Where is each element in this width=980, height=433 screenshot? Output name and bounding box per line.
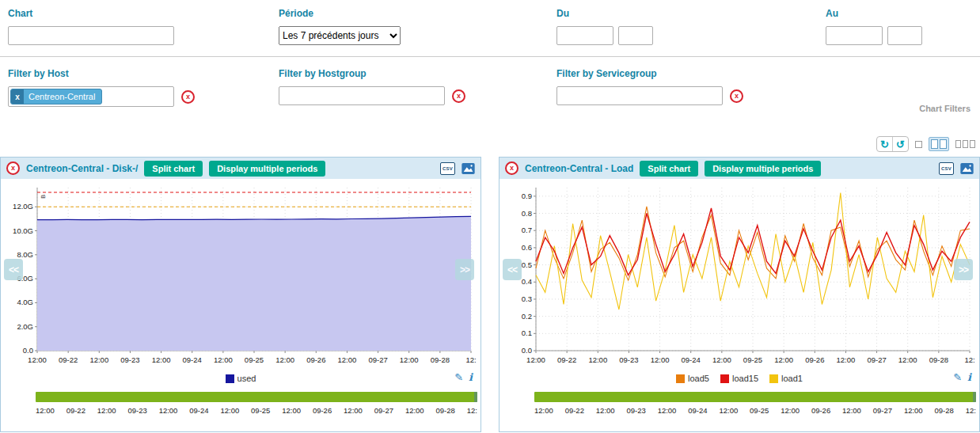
svg-text:09-25: 09-25 [743, 355, 762, 364]
host-chip[interactable]: x Centreon-Central [10, 89, 102, 104]
export-csv-icon[interactable]: csv [939, 162, 954, 175]
split-chart-button[interactable]: Split chart [144, 161, 203, 177]
load-chart[interactable]: 12:0009-2212:0009-2312:0009-2412:0009-25… [501, 181, 978, 370]
chip-remove-icon[interactable]: x [11, 89, 24, 104]
legend-item[interactable]: load5 [676, 374, 709, 383]
edit-chart-icon[interactable]: ✎ [953, 371, 962, 383]
timeline-tick-label: 09-25 [750, 406, 769, 415]
servicegroup-filter-input[interactable] [556, 86, 723, 105]
timeline-tick-label: 09-25 [251, 406, 270, 415]
hostgroup-filter-input[interactable] [279, 86, 445, 105]
layout-three-columns-icon[interactable] [955, 140, 975, 148]
timeline-tick-label: 12:00 [904, 406, 923, 415]
host-filter-box[interactable]: x Centreon-Central [8, 86, 174, 107]
timeline-tick-label: 09-24 [688, 406, 707, 415]
hostgroup-filter-label: Filter by Hostgroup [279, 68, 465, 79]
layout-one-column-icon[interactable] [915, 141, 922, 148]
chart-performances-page: Chart Période Les 7 précédents jours Du … [0, 0, 980, 433]
close-chart-icon[interactable]: x [6, 161, 20, 175]
scroll-right-button[interactable]: >> [954, 259, 973, 280]
panel-header: x Centreon-Central - Load Split chart Di… [499, 158, 979, 179]
chart-info-icon[interactable]: i [967, 371, 971, 383]
svg-text:12:00: 12:00 [89, 355, 108, 364]
au-date-input[interactable] [826, 26, 883, 45]
auto-refresh-icon[interactable]: ↺ [892, 137, 908, 151]
refresh-icon[interactable]: ↻ [877, 137, 892, 151]
clear-servicegroup-filter-icon[interactable]: x [730, 89, 743, 103]
scroll-left-button[interactable]: << [503, 259, 522, 280]
timeline-slider[interactable] [36, 392, 477, 402]
periode-select[interactable]: Les 7 précédents jours [279, 26, 401, 45]
timeline-tick-label: 12:00 [781, 406, 800, 415]
svg-text:4.0G: 4.0G [17, 298, 33, 306]
chart-filter-input[interactable] [8, 26, 174, 45]
display-multiple-periods-button[interactable]: Display multiple periods [209, 161, 325, 177]
svg-text:10.0G: 10.0G [13, 226, 33, 235]
layout-two-columns-icon[interactable] [929, 137, 949, 151]
du-date-input[interactable] [556, 26, 613, 45]
legend-label: load15 [732, 374, 758, 383]
svg-text:12:00: 12:00 [712, 355, 731, 364]
chart-legend: used [226, 374, 256, 383]
svg-text:12:00: 12:00 [774, 355, 793, 364]
svg-text:09-22: 09-22 [59, 355, 78, 364]
view-controls: ↻ ↺ [876, 136, 975, 152]
timeline-tick-label: 12:00 [842, 406, 861, 415]
svg-text:12:00: 12:00 [338, 355, 357, 364]
export-image-icon[interactable] [960, 163, 974, 174]
refresh-controls: ↻ ↺ [876, 136, 909, 152]
split-chart-button[interactable]: Split chart [640, 161, 698, 177]
au-time-input[interactable] [887, 26, 922, 45]
chart-filter-label: Chart [8, 8, 174, 19]
legend-item[interactable]: used [226, 374, 256, 383]
du-time-input[interactable] [618, 26, 653, 45]
close-chart-icon[interactable]: x [505, 161, 518, 175]
export-image-icon[interactable] [462, 163, 475, 174]
clear-hostgroup-filter-icon[interactable]: x [452, 89, 465, 103]
timeline-tick-label: 12:00 [159, 406, 178, 415]
export-csv-icon[interactable]: csv [440, 162, 455, 175]
hostgroup-filter-field: Filter by Hostgroup x [279, 68, 465, 105]
svg-text:12:00: 12:00 [275, 355, 294, 364]
timeline-tick-label: 09-26 [313, 406, 332, 415]
svg-text:0.6: 0.6 [522, 243, 532, 252]
disk-usage-chart[interactable]: 12:0009-2212:0009-2312:0009-2412:0009-25… [2, 181, 479, 370]
svg-text:0.0: 0.0 [23, 346, 33, 355]
servicegroup-filter-field: Filter by Servicegroup x [556, 68, 743, 105]
svg-text:0.3: 0.3 [522, 294, 532, 303]
svg-text:12:00: 12:00 [152, 355, 171, 364]
timeline-tick-label: 12:00 [97, 406, 116, 415]
chart-title: Centreon-Central - Load [525, 163, 633, 174]
svg-text:09-22: 09-22 [557, 355, 576, 364]
legend-item[interactable]: load15 [720, 374, 758, 383]
svg-text:12:00: 12:00 [898, 355, 917, 364]
svg-text:12:00: 12:00 [214, 355, 233, 364]
scroll-left-button[interactable]: << [4, 259, 23, 280]
edit-chart-icon[interactable]: ✎ [454, 371, 463, 383]
timeline-tick-label: 12:00 [596, 406, 615, 415]
svg-text:12:: 12: [465, 355, 476, 364]
svg-text:09-24: 09-24 [682, 355, 701, 364]
chart-panel-load: x Centreon-Central - Load Split chart Di… [499, 157, 980, 432]
chart-legend: load5load15load1 [676, 374, 803, 383]
column-square-icon [970, 140, 975, 148]
svg-text:0.9: 0.9 [522, 192, 532, 200]
legend-color-swatch [676, 374, 685, 383]
timeline-slider[interactable] [534, 392, 976, 402]
host-filter-field: Filter by Host x Centreon-Central x [8, 68, 195, 107]
timeline-tick-label: 12: [966, 406, 976, 415]
timeline-tick-label: 09-22 [565, 406, 584, 415]
column-square-icon [940, 139, 947, 149]
legend-item[interactable]: load1 [769, 374, 803, 383]
chart-actions: ✎ i [454, 371, 473, 383]
display-multiple-periods-button[interactable]: Display multiple periods [705, 161, 821, 177]
legend-row: load5load15load1 ✎ i [499, 370, 979, 387]
svg-text:0.4: 0.4 [522, 277, 532, 286]
clear-host-filter-icon[interactable]: x [181, 90, 195, 104]
svg-text:12:: 12: [964, 355, 974, 364]
chart-info-icon[interactable]: i [469, 371, 473, 383]
timeline: 12:0009-2212:0009-2312:0009-2412:0009-25… [534, 392, 976, 415]
scroll-right-button[interactable]: >> [455, 259, 474, 280]
chart-actions: ✎ i [953, 371, 971, 383]
timeline-tick-label: 12:00 [534, 406, 553, 415]
